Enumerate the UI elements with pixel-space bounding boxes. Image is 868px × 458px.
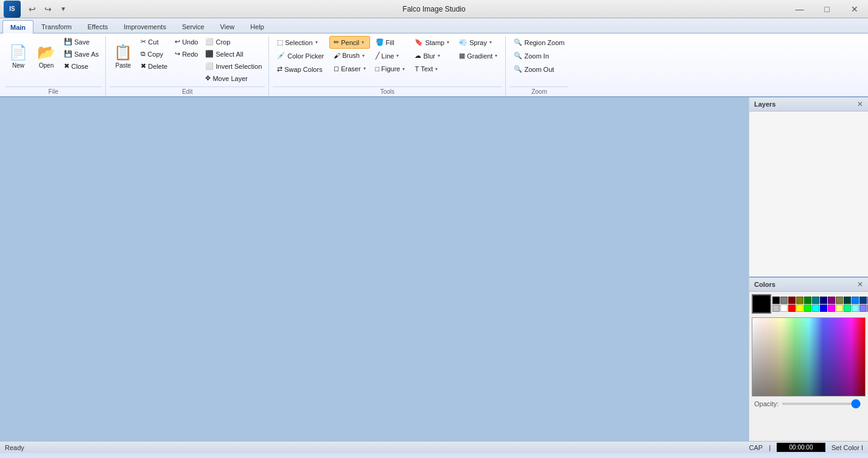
figure-button[interactable]: □ Figure ▾ [371, 63, 410, 75]
line-button[interactable]: ╱ Line ▾ [371, 49, 410, 62]
paste-button[interactable]: 📋 Paste [110, 36, 136, 76]
paste-label: Paste [116, 62, 131, 69]
color-swatch[interactable] [796, 297, 803, 304]
brush-button[interactable]: 🖌 Brush ▾ [329, 49, 369, 62]
maximize-button[interactable]: □ [813, 0, 841, 18]
copy-button[interactable]: ⧉ Copy [138, 48, 170, 60]
minimize-button[interactable]: — [786, 0, 813, 18]
new-button[interactable]: 📄 New [5, 36, 32, 76]
color-swatch[interactable] [812, 297, 819, 304]
color-gradient[interactable] [752, 317, 866, 396]
region-zoom-button[interactable]: 🔍 Region Zoom [509, 36, 569, 49]
tab-service[interactable]: Service [174, 19, 212, 33]
zoom-out-button[interactable]: 🔍 Zoom Out [509, 63, 569, 76]
tools-col3: 🪣 Fill ╱ Line ▾ □ Figure ▾ [371, 36, 410, 75]
select-all-button[interactable]: ⬛ Select All [202, 48, 265, 60]
color-swatch[interactable] [772, 305, 780, 312]
color-swatch[interactable] [828, 305, 835, 312]
cap-indicator: CAP [749, 444, 763, 451]
close-button[interactable]: ✖ Close [61, 60, 102, 72]
color-swatch[interactable] [788, 297, 796, 304]
color-swatch[interactable] [859, 297, 867, 304]
redo-button[interactable]: ↪ Redo [172, 48, 201, 60]
delete-button[interactable]: ✖ Delete [138, 60, 170, 72]
color-swatch[interactable] [852, 305, 859, 312]
spray-button[interactable]: 💨 Spray ▾ [455, 36, 502, 49]
stamp-dropdown-arrow: ▾ [447, 40, 449, 45]
file-group-content: 📄 New 📂 Open 💾 Save 💾 Save As [5, 36, 102, 85]
color-swatch[interactable] [796, 305, 803, 312]
stamp-button[interactable]: 🔖 Stamp ▾ [410, 36, 453, 49]
color-swatch[interactable] [780, 297, 788, 304]
selection-button[interactable]: ⬚ Selection ▾ [273, 36, 328, 49]
edit-col3: ⬜ Crop ⬛ Select All ⬜ Invert Selection ✥… [202, 36, 265, 84]
color-swatch[interactable] [844, 297, 851, 304]
swatch-row-2 [772, 305, 868, 312]
title-bar-controls: — □ ✕ [786, 0, 868, 18]
colors-close-button[interactable]: ✕ [857, 280, 863, 289]
tab-effects[interactable]: Effects [80, 19, 116, 33]
blur-icon: ☁ [415, 52, 421, 60]
tab-view[interactable]: View [212, 19, 243, 33]
fill-label: Fill [386, 39, 394, 46]
color-swatch[interactable] [844, 305, 851, 312]
blur-button[interactable]: ☁ Blur ▾ [410, 49, 453, 62]
crop-icon: ⬜ [205, 38, 214, 46]
save-button[interactable]: 💾 Save [61, 36, 102, 48]
brush-icon: 🖌 [334, 52, 340, 59]
opacity-slider[interactable] [782, 403, 861, 405]
layers-close-button[interactable]: ✕ [857, 100, 863, 108]
color-swatch[interactable] [780, 305, 788, 312]
invert-selection-button[interactable]: ⬜ Invert Selection [202, 60, 265, 72]
pencil-button[interactable]: ✏ Pencil ▾ [329, 36, 369, 49]
undo-button[interactable]: ↩ Undo [172, 36, 201, 48]
text-icon: T [415, 65, 419, 72]
cut-button[interactable]: ✂ Cut [138, 36, 170, 48]
save-as-button[interactable]: 💾 Save As [61, 48, 102, 60]
zoom-out-icon: 🔍 [514, 65, 522, 73]
text-button[interactable]: T Text ▾ [410, 63, 453, 75]
zoom-in-button[interactable]: 🔍 Zoom In [509, 49, 569, 62]
spray-dropdown-arrow: ▾ [489, 40, 492, 45]
color-swatch[interactable] [804, 305, 811, 312]
layers-panel-header: Layers ✕ [749, 97, 868, 111]
tab-improvements[interactable]: Improvements [116, 19, 174, 33]
color-swatch[interactable] [788, 305, 796, 312]
color-swatch[interactable] [820, 297, 827, 304]
tab-transform[interactable]: Transform [33, 19, 80, 33]
ribbon-content: 📄 New 📂 Open 💾 Save 💾 Save As [0, 33, 868, 96]
color-swatch[interactable] [852, 297, 859, 304]
copy-icon: ⧉ [141, 50, 145, 58]
canvas-area[interactable] [0, 97, 749, 441]
color-swatch[interactable] [812, 305, 819, 312]
color-swatch[interactable] [859, 305, 867, 312]
color-picker-button[interactable]: 💉 Color Picker [273, 49, 328, 62]
eraser-button[interactable]: ◻ Eraser ▾ [329, 62, 369, 75]
status-bar: Ready CAP | 00:00:00 Set Color I [0, 441, 868, 453]
undo-quick-button[interactable]: ↩ [26, 3, 39, 15]
delete-icon: ✖ [141, 62, 146, 70]
color-swatch[interactable] [772, 297, 780, 304]
title-bar-left: IS ↩ ↪ ▼ [0, 1, 69, 18]
tab-help[interactable]: Help [242, 19, 272, 33]
open-label: Open [39, 62, 54, 69]
gradient-icon: ▦ [459, 52, 465, 60]
swap-colors-button[interactable]: ⇄ Swap Colors [273, 63, 328, 76]
window-close-button[interactable]: ✕ [841, 0, 868, 18]
color-swatch[interactable] [820, 305, 827, 312]
gradient-button[interactable]: ▦ Gradient ▾ [455, 49, 502, 62]
crop-button[interactable]: ⬜ Crop [202, 36, 265, 48]
redo-quick-button[interactable]: ↪ [41, 3, 55, 15]
color-swatch[interactable] [804, 297, 811, 304]
active-color-box[interactable] [752, 294, 771, 314]
tab-main[interactable]: Main [2, 20, 33, 33]
pin-button[interactable]: ▼ [57, 4, 69, 13]
color-swatch[interactable] [836, 297, 843, 304]
fill-button[interactable]: 🪣 Fill [371, 36, 410, 49]
open-button[interactable]: 📂 Open [33, 36, 60, 76]
color-swatch[interactable] [828, 297, 835, 304]
color-swatch[interactable] [836, 305, 843, 312]
tools-group-content: ⬚ Selection ▾ 💉 Color Picker ⇄ Swap Colo… [273, 36, 502, 85]
opacity-label: Opacity: [754, 400, 779, 407]
move-layer-button[interactable]: ✥ Move Layer [202, 72, 265, 84]
